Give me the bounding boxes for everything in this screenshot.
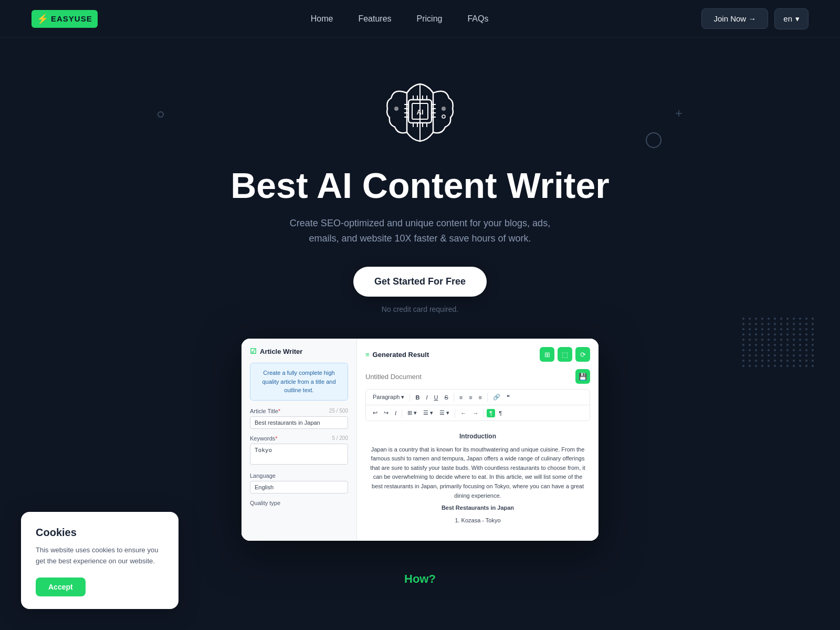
- cookie-title: Cookies: [36, 527, 164, 539]
- nav-item-home[interactable]: Home: [311, 14, 333, 24]
- toolbar-italic-2[interactable]: I: [392, 409, 399, 417]
- svg-point-48: [749, 328, 751, 330]
- svg-point-95: [742, 349, 744, 351]
- toolbar-extra[interactable]: ¶: [496, 409, 505, 417]
- svg-point-77: [780, 339, 782, 341]
- svg-point-90: [786, 344, 789, 346]
- svg-point-56: [799, 328, 801, 330]
- svg-point-52: [774, 328, 776, 330]
- svg-point-94: [812, 344, 814, 346]
- toolbar-outdent[interactable]: ←: [458, 409, 469, 417]
- svg-point-59: [742, 333, 744, 335]
- article-writer-label: Article Writer: [260, 348, 302, 355]
- toolbar-link[interactable]: 🔗: [490, 393, 503, 402]
- no-credit-text: No credit card required.: [382, 305, 458, 313]
- toolbar-quote[interactable]: ❝: [504, 393, 512, 402]
- cookie-accept-button[interactable]: Accept: [36, 578, 86, 596]
- toolbar-underline[interactable]: U: [431, 393, 440, 402]
- svg-point-98: [761, 349, 763, 351]
- svg-point-43: [793, 323, 795, 325]
- language-selector[interactable]: en ▾: [774, 8, 808, 29]
- toolbar-italic[interactable]: I: [423, 393, 430, 402]
- svg-point-23: [742, 318, 744, 320]
- toolbar-bold[interactable]: B: [413, 393, 422, 402]
- svg-point-33: [805, 318, 807, 320]
- svg-point-125: [780, 360, 782, 362]
- svg-point-26: [761, 318, 763, 320]
- svg-point-53: [780, 328, 782, 330]
- language-label: Language: [250, 472, 348, 479]
- svg-point-139: [793, 365, 795, 367]
- result-action-btn-3[interactable]: ⟳: [575, 347, 590, 362]
- toolbar-strikethrough[interactable]: S: [442, 393, 450, 402]
- app-left-panel: ☑ Article Writer Create a fully complete…: [242, 339, 357, 541]
- svg-point-72: [749, 339, 751, 341]
- toolbar-sep-2: [454, 393, 454, 402]
- toolbar-redo[interactable]: ↪: [381, 408, 391, 417]
- toolbar-ordered-list[interactable]: ☰ ▾: [437, 408, 452, 417]
- svg-point-76: [774, 339, 776, 341]
- decoration-circle: [646, 132, 662, 148]
- ai-brain-icon: AI: [378, 69, 462, 153]
- result-icon: ≡: [365, 351, 370, 359]
- join-now-button[interactable]: Join Now →: [701, 8, 768, 29]
- toolbar-align-right[interactable]: ≡: [476, 393, 485, 402]
- svg-point-83: [742, 344, 744, 346]
- toolbar-align-left[interactable]: ≡: [457, 393, 465, 402]
- svg-point-27: [768, 318, 770, 320]
- dot-grid-right: [740, 316, 814, 371]
- toolbar-sep-6: [484, 409, 484, 417]
- nav-item-faqs[interactable]: FAQs: [467, 14, 488, 24]
- nav-item-pricing[interactable]: Pricing: [417, 14, 443, 24]
- hero-section: + AI: [0, 38, 840, 562]
- svg-point-30: [786, 318, 789, 320]
- svg-point-106: [812, 349, 814, 351]
- doc-save-button[interactable]: 💾: [575, 369, 590, 384]
- svg-point-22: [442, 115, 445, 118]
- svg-point-67: [793, 333, 795, 335]
- article-title-input[interactable]: [250, 416, 348, 429]
- result-title: ≡ Generated Result: [365, 351, 429, 359]
- svg-point-129: [805, 360, 807, 362]
- svg-point-116: [799, 354, 801, 356]
- keywords-input[interactable]: Tokyo: [250, 444, 348, 465]
- svg-point-58: [812, 328, 814, 330]
- doc-title-input[interactable]: [365, 373, 575, 381]
- language-select[interactable]: English: [250, 481, 348, 494]
- result-action-btn-2[interactable]: ⬚: [558, 347, 572, 362]
- svg-point-111: [768, 354, 770, 356]
- hero-subtitle-line1: Create SEO-optimized and unique content …: [290, 218, 550, 228]
- result-label: Generated Result: [373, 351, 429, 359]
- svg-point-74: [761, 339, 763, 341]
- toolbar-paragraph[interactable]: Paragraph ▾: [370, 393, 407, 402]
- svg-point-78: [786, 339, 789, 341]
- toolbar-bullet-list[interactable]: ☰ ▾: [421, 408, 436, 417]
- svg-point-39: [768, 323, 770, 325]
- get-started-button[interactable]: Get Started For Free: [353, 267, 487, 297]
- svg-point-54: [786, 328, 789, 330]
- svg-point-121: [755, 360, 757, 362]
- svg-point-40: [774, 323, 776, 325]
- svg-point-65: [780, 333, 782, 335]
- lang-label: en: [783, 14, 792, 23]
- logo[interactable]: ⚡ EASYUSE: [32, 10, 98, 28]
- svg-point-62: [761, 333, 763, 335]
- svg-text:AI: AI: [417, 108, 424, 116]
- svg-point-32: [799, 318, 801, 320]
- nav-item-features[interactable]: Features: [358, 14, 391, 24]
- toolbar-align-center[interactable]: ≡: [466, 393, 475, 402]
- result-action-buttons: ⊞ ⬚ ⟳: [540, 347, 590, 362]
- svg-point-123: [768, 360, 770, 362]
- svg-point-41: [780, 323, 782, 325]
- svg-point-44: [799, 323, 801, 325]
- toolbar-indent[interactable]: →: [470, 409, 481, 417]
- svg-point-25: [755, 318, 757, 320]
- svg-point-141: [805, 365, 807, 367]
- svg-point-47: [742, 328, 744, 330]
- toolbar-active-btn[interactable]: ¶: [487, 409, 495, 417]
- result-action-btn-1[interactable]: ⊞: [540, 347, 554, 362]
- toolbar-undo[interactable]: ↩: [370, 408, 380, 417]
- svg-point-55: [793, 328, 795, 330]
- demo-container: ☑ Article Writer Create a fully complete…: [242, 339, 598, 541]
- toolbar-table[interactable]: ⊞ ▾: [405, 408, 419, 417]
